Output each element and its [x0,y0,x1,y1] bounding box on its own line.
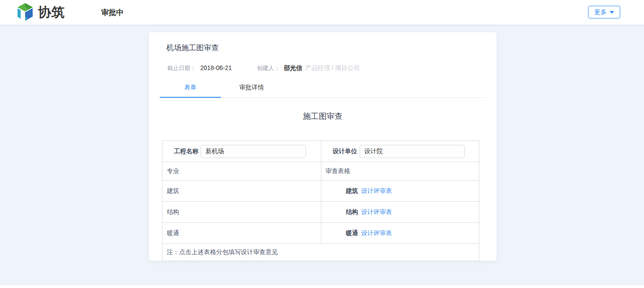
specialty-cell: 暖通 [162,222,321,244]
brand: 协筑 [15,3,65,22]
col-header-review-form: 审查表格 [321,162,479,180]
col-header-specialty: 专业 [162,162,321,180]
page-title: 审批中 [101,7,124,18]
design-unit-label: 设计单位 [333,148,357,155]
tab-bar: 表单 审批详情 [160,79,486,98]
brand-logo-icon [15,3,35,22]
screen: 协筑 审批中 更多 机场施工图审查 截止日期： 2018-06-21 创建人： … [0,0,644,288]
approval-title: 机场施工图审查 [149,32,497,53]
project-name-label: 工程名称 [174,148,199,155]
deadline-label: 截止日期： [167,64,196,72]
review-form-cell: 暖通 设计评审表 [321,222,479,244]
tab-form[interactable]: 表单 [160,79,221,98]
design-review-link[interactable]: 设计评审表 [361,208,392,216]
specialty-cell: 结构 [162,201,321,222]
deadline-value: 2018-06-21 [200,64,232,71]
approval-meta: 截止日期： 2018-06-21 创建人： 邵光信 产品经理 / 项目公司 [167,64,479,72]
review-form-cell: 结构 设计评审表 [321,201,479,222]
more-button-label: 更多 [594,8,607,16]
review-form-name: 暖通 [346,229,358,237]
creator-label: 创建人： [257,64,280,72]
design-review-link[interactable]: 设计评审表 [361,187,392,195]
design-unit-input[interactable] [360,145,465,158]
bottom-strip [0,285,644,288]
review-form-cell: 建筑 设计评审表 [321,180,479,201]
specialty-cell: 建筑 [162,180,321,201]
review-form-table: 工程名称 设计单位 专业 审查表格 建筑 建筑 设计评审表 结构 结构 设计评审… [162,140,479,261]
design-unit-cell: 设计单位 [321,141,479,162]
creator-role: 产品经理 / 项目公司 [305,64,360,72]
tab-approval-detail[interactable]: 审批详情 [221,79,282,97]
creator-name: 邵光信 [284,64,302,72]
review-form-name: 结构 [346,208,358,216]
project-name-input[interactable] [201,145,306,158]
brand-name: 协筑 [38,4,65,22]
table-note: 注：点击上述表格分包填写设计审查意见 [162,244,479,261]
review-form-name: 建筑 [346,187,358,195]
app-header: 协筑 审批中 更多 [0,0,644,25]
more-button[interactable]: 更多 [588,6,620,18]
form-title: 施工图审查 [149,111,497,122]
caret-down-icon [610,11,614,14]
design-review-link[interactable]: 设计评审表 [361,229,392,237]
approval-card: 机场施工图审查 截止日期： 2018-06-21 创建人： 邵光信 产品经理 /… [149,32,497,261]
project-name-cell: 工程名称 [162,141,321,162]
